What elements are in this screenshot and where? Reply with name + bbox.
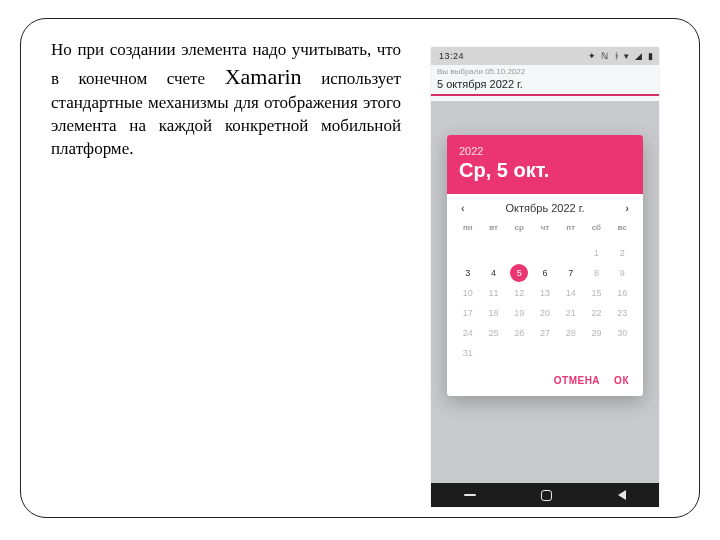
- calendar-day[interactable]: 18: [481, 303, 507, 323]
- weekday-label: пт: [558, 220, 584, 235]
- status-icons: ✦ ℕ ᚼ ▾ ◢ ▮: [586, 51, 653, 61]
- calendar-day[interactable]: 28: [558, 323, 584, 343]
- calendar-day[interactable]: 7: [558, 263, 584, 283]
- weekday-row: пнвтсрчтптсбвс: [447, 218, 643, 241]
- calendar-day[interactable]: 19: [506, 303, 532, 323]
- calendar-day[interactable]: 2: [609, 243, 635, 263]
- calendar-day[interactable]: 12: [506, 283, 532, 303]
- calendar-day[interactable]: 20: [532, 303, 558, 323]
- calendar-day[interactable]: 30: [609, 323, 635, 343]
- calendar-day[interactable]: 26: [506, 323, 532, 343]
- calendar-empty: [532, 243, 558, 263]
- vibrate-icon: ✦: [588, 51, 597, 61]
- next-month-button[interactable]: ›: [621, 202, 633, 214]
- calendar-empty: [558, 243, 584, 263]
- date-picker-dialog: 2022 Ср, 5 окт. ‹ Октябрь 2022 г. › пнвт…: [447, 135, 643, 396]
- dialog-actions: ОТМЕНА ОК: [447, 369, 643, 396]
- selected-date-label: Вы выбрали 05.10.2022: [431, 65, 659, 76]
- nav-recent-button[interactable]: [464, 494, 476, 496]
- calendar-day[interactable]: 1: [584, 243, 610, 263]
- weekday-label: вт: [481, 220, 507, 235]
- calendar-day[interactable]: 22: [584, 303, 610, 323]
- calendar-empty: [455, 243, 481, 263]
- calendar-empty: [481, 343, 507, 363]
- calendar-grid: 1234567891011121314151617181920212223242…: [447, 241, 643, 369]
- weekday-label: сб: [584, 220, 610, 235]
- calendar-day[interactable]: 16: [609, 283, 635, 303]
- calendar-empty: [506, 243, 532, 263]
- bluetooth-icon: ᚼ: [614, 51, 620, 61]
- android-navbar: [431, 483, 659, 507]
- calendar-day[interactable]: 9: [609, 263, 635, 283]
- calendar-day[interactable]: 6: [532, 263, 558, 283]
- calendar-empty: [481, 243, 507, 263]
- weekday-label: вс: [609, 220, 635, 235]
- dialog-year[interactable]: 2022: [459, 145, 631, 157]
- ok-button[interactable]: ОК: [614, 375, 629, 386]
- slide-frame: Но при создании элемента надо учитывать,…: [20, 18, 700, 518]
- calendar-day[interactable]: 21: [558, 303, 584, 323]
- prev-month-button[interactable]: ‹: [457, 202, 469, 214]
- calendar-empty: [532, 343, 558, 363]
- calendar-day[interactable]: 5: [506, 263, 532, 283]
- calendar-day[interactable]: 31: [455, 343, 481, 363]
- weekday-label: чт: [532, 220, 558, 235]
- month-nav: ‹ Октябрь 2022 г. ›: [447, 194, 643, 218]
- signal-icon: ◢: [635, 51, 643, 61]
- calendar-empty: [558, 343, 584, 363]
- calendar-day[interactable]: 14: [558, 283, 584, 303]
- calendar-day[interactable]: 23: [609, 303, 635, 323]
- calendar-day[interactable]: 13: [532, 283, 558, 303]
- calendar-day[interactable]: 8: [584, 263, 610, 283]
- nav-home-button[interactable]: [541, 490, 552, 501]
- calendar-day[interactable]: 29: [584, 323, 610, 343]
- calendar-day[interactable]: 27: [532, 323, 558, 343]
- calendar-day[interactable]: 15: [584, 283, 610, 303]
- month-label: Октябрь 2022 г.: [506, 202, 585, 214]
- nfc-icon: ℕ: [601, 51, 609, 61]
- text-xamarin: Xamarin: [225, 64, 302, 89]
- calendar-day[interactable]: 11: [481, 283, 507, 303]
- cancel-button[interactable]: ОТМЕНА: [554, 375, 600, 386]
- calendar-day[interactable]: 10: [455, 283, 481, 303]
- body-paragraph: Но при создании элемента надо учитывать,…: [51, 39, 401, 160]
- battery-icon: ▮: [648, 51, 654, 61]
- weekday-label: ср: [506, 220, 532, 235]
- calendar-day[interactable]: 24: [455, 323, 481, 343]
- status-time: 13:24: [439, 51, 464, 61]
- status-bar: 13:24 ✦ ℕ ᚼ ▾ ◢ ▮: [431, 47, 659, 65]
- dialog-selected-date[interactable]: Ср, 5 окт.: [459, 159, 631, 182]
- calendar-empty: [584, 343, 610, 363]
- calendar-day[interactable]: 17: [455, 303, 481, 323]
- calendar-empty: [506, 343, 532, 363]
- calendar-day[interactable]: 3: [455, 263, 481, 283]
- calendar-empty: [609, 343, 635, 363]
- current-date-field[interactable]: 5 октября 2022 г.: [431, 76, 659, 96]
- calendar-day[interactable]: 25: [481, 323, 507, 343]
- phone-mock: 13:24 ✦ ℕ ᚼ ▾ ◢ ▮ Вы выбрали 05.10.2022 …: [431, 47, 659, 507]
- calendar-day[interactable]: 4: [481, 263, 507, 283]
- dialog-header: 2022 Ср, 5 окт.: [447, 135, 643, 194]
- nav-back-button[interactable]: [618, 490, 626, 500]
- weekday-label: пн: [455, 220, 481, 235]
- wifi-icon: ▾: [624, 51, 630, 61]
